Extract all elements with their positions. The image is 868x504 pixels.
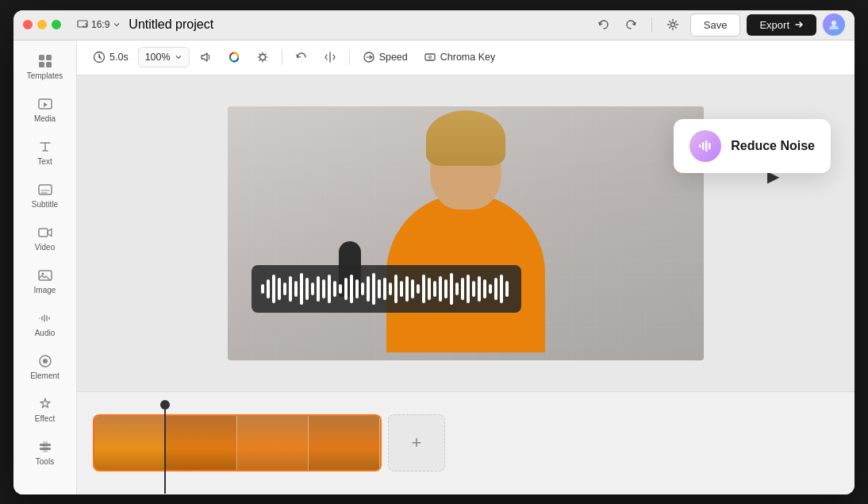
settings-icon	[666, 18, 679, 31]
video-icon	[37, 225, 53, 240]
svg-rect-47	[394, 275, 398, 303]
svg-rect-40	[355, 279, 359, 298]
svg-rect-43	[372, 273, 375, 305]
svg-rect-33	[317, 276, 320, 302]
svg-rect-63	[483, 279, 486, 298]
svg-rect-71	[709, 143, 711, 149]
speed-label: Speed	[379, 52, 408, 63]
person-shape	[355, 114, 577, 360]
svg-rect-49	[405, 276, 409, 302]
save-button[interactable]: Save	[690, 13, 741, 37]
waveform-overlay	[252, 265, 521, 313]
maximize-button[interactable]	[52, 20, 61, 29]
sidebar: Templates Media Text Subtitle Video	[13, 40, 77, 494]
svg-rect-66	[500, 275, 503, 303]
subtitle-icon	[37, 182, 53, 198]
aspect-ratio-button[interactable]: 16:9	[77, 19, 121, 30]
svg-rect-48	[400, 281, 403, 297]
svg-rect-36	[333, 281, 336, 297]
settings-button[interactable]	[662, 13, 684, 36]
sidebar-item-audio[interactable]: Audio	[20, 304, 71, 344]
timeline-area: +	[77, 391, 855, 494]
toolbar-divider-2	[349, 49, 350, 65]
svg-rect-57	[450, 273, 453, 305]
waveform-icon	[697, 138, 713, 154]
person-hair	[426, 110, 505, 166]
undo-redo-group	[593, 13, 642, 36]
audio-label: Audio	[35, 329, 56, 337]
svg-rect-69	[702, 142, 705, 150]
media-icon	[37, 96, 53, 112]
media-label: Media	[34, 114, 56, 123]
undo-button[interactable]	[593, 13, 615, 36]
sidebar-item-image[interactable]: Image	[20, 261, 71, 301]
svg-rect-34	[322, 279, 325, 298]
svg-rect-52	[422, 275, 425, 303]
svg-rect-16	[43, 441, 48, 452]
ai-enhance-icon	[256, 51, 269, 63]
svg-rect-64	[489, 284, 492, 294]
avatar[interactable]	[823, 13, 845, 36]
zoom-control[interactable]: 100%	[138, 47, 190, 67]
subtitle-label: Subtitle	[32, 200, 58, 209]
svg-rect-42	[367, 276, 370, 302]
clip-frame-2	[166, 416, 237, 470]
waveform-svg	[259, 271, 513, 306]
volume-button[interactable]	[193, 46, 218, 68]
svg-rect-9	[39, 229, 48, 237]
close-button[interactable]	[23, 20, 33, 29]
tools-icon	[37, 439, 53, 455]
mirror-button[interactable]	[317, 46, 343, 68]
sidebar-item-tools[interactable]: Tools	[20, 433, 71, 472]
minimize-button[interactable]	[37, 20, 47, 29]
rotate-button[interactable]	[289, 46, 314, 68]
svg-rect-25	[272, 275, 275, 303]
redo-button[interactable]	[620, 13, 642, 36]
export-button[interactable]: Export	[747, 14, 816, 36]
svg-rect-31	[305, 278, 309, 300]
svg-rect-5	[39, 62, 44, 67]
svg-point-22	[428, 56, 432, 60]
canvas-area: Reduce Noise ▶	[77, 75, 855, 391]
speed-button[interactable]: Speed	[356, 47, 414, 67]
svg-rect-61	[472, 281, 475, 297]
volume-icon	[199, 51, 212, 63]
title-bar: 16:9 Untitled project Save Export	[13, 10, 855, 40]
color-wheel-icon	[228, 51, 240, 63]
color-button[interactable]	[221, 46, 247, 68]
svg-rect-44	[378, 279, 381, 298]
rotate-icon	[295, 51, 308, 63]
svg-rect-35	[328, 275, 331, 303]
timeline-track: +	[93, 414, 839, 471]
image-icon	[37, 267, 53, 283]
traffic-lights	[23, 20, 61, 29]
ai-enhance-button[interactable]	[250, 46, 275, 68]
sidebar-item-video[interactable]: Video	[20, 218, 71, 258]
sidebar-item-media[interactable]: Media	[20, 90, 71, 129]
chevron-down-icon	[113, 21, 121, 29]
svg-rect-59	[461, 278, 464, 300]
reduce-noise-icon	[689, 130, 721, 162]
clip-frame-1	[94, 416, 166, 470]
sidebar-item-subtitle[interactable]: Subtitle	[20, 175, 71, 215]
export-label: Export	[759, 19, 789, 31]
sidebar-item-templates[interactable]: Templates	[20, 47, 71, 87]
image-label: Image	[34, 286, 56, 294]
svg-rect-62	[478, 276, 481, 302]
svg-rect-30	[300, 273, 303, 305]
sidebar-item-effect[interactable]: Effect	[20, 390, 71, 429]
sidebar-item-element[interactable]: Element	[20, 347, 71, 387]
add-clip-button[interactable]: +	[388, 414, 445, 471]
app-window: 16:9 Untitled project Save Export	[13, 10, 855, 494]
svg-rect-26	[278, 278, 281, 300]
playhead	[164, 406, 166, 494]
sidebar-item-text[interactable]: Text	[20, 133, 71, 172]
aspect-ratio-label: 16:9	[91, 19, 109, 30]
svg-rect-32	[311, 283, 314, 295]
svg-rect-27	[283, 283, 286, 295]
svg-rect-46	[389, 283, 392, 295]
video-clip-strip[interactable]	[93, 414, 382, 471]
chroma-key-button[interactable]: Chroma Key	[417, 47, 501, 67]
timeline-content: +	[77, 392, 855, 494]
svg-rect-67	[505, 281, 509, 297]
